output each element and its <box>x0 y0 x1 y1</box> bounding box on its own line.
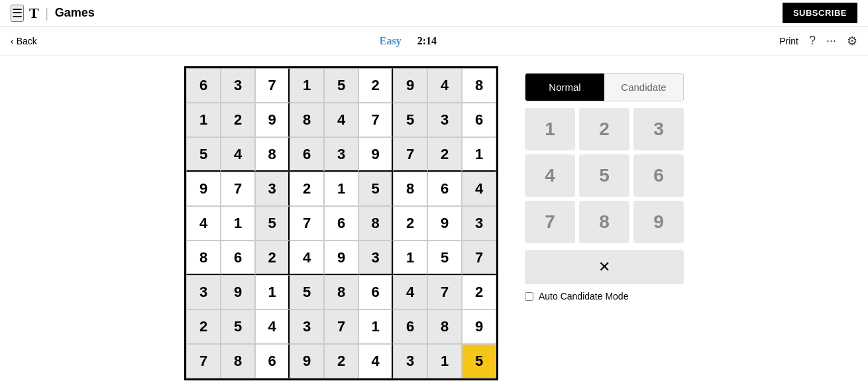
sudoku-cell[interactable]: 6 <box>255 344 290 378</box>
sudoku-cell[interactable]: 5 <box>358 172 393 206</box>
sudoku-cell[interactable]: 9 <box>358 137 393 172</box>
numpad-9-button[interactable]: 9 <box>633 201 684 243</box>
sudoku-cell[interactable]: 7 <box>186 344 221 378</box>
sudoku-cell[interactable]: 2 <box>462 275 496 309</box>
numpad-5-button[interactable]: 5 <box>579 154 629 197</box>
candidate-mode-button[interactable]: Candidate <box>604 74 683 101</box>
numpad-2-button[interactable]: 2 <box>579 108 629 150</box>
sudoku-cell[interactable]: 1 <box>393 241 427 275</box>
sudoku-cell[interactable]: 4 <box>393 275 427 309</box>
sudoku-cell[interactable]: 3 <box>427 103 462 137</box>
erase-button[interactable]: ✕ <box>525 250 684 284</box>
sudoku-cell[interactable]: 6 <box>324 206 358 241</box>
numpad-4-button[interactable]: 4 <box>525 154 575 197</box>
sudoku-cell[interactable]: 9 <box>290 344 324 378</box>
sudoku-cell[interactable]: 1 <box>221 206 255 241</box>
help-button[interactable]: ? <box>809 34 816 48</box>
sudoku-cell[interactable]: 1 <box>186 103 221 137</box>
sudoku-cell[interactable]: 1 <box>290 68 324 103</box>
sudoku-cell[interactable]: 3 <box>255 172 290 206</box>
sudoku-cell[interactable]: 5 <box>290 275 324 309</box>
normal-mode-button[interactable]: Normal <box>525 74 604 101</box>
sudoku-cell[interactable]: 4 <box>290 241 324 275</box>
sudoku-cell[interactable]: 8 <box>427 309 462 344</box>
sudoku-cell[interactable]: 1 <box>427 344 462 378</box>
sudoku-cell[interactable]: 7 <box>221 172 255 206</box>
sudoku-cell[interactable]: 2 <box>393 206 427 241</box>
sudoku-cell[interactable]: 5 <box>462 344 496 378</box>
sudoku-cell[interactable]: 9 <box>324 241 358 275</box>
sudoku-cell[interactable]: 5 <box>255 206 290 241</box>
sudoku-cell[interactable]: 9 <box>427 206 462 241</box>
sudoku-cell[interactable]: 7 <box>393 137 427 172</box>
sudoku-cell[interactable]: 8 <box>186 241 221 275</box>
numpad-8-button[interactable]: 8 <box>579 201 629 243</box>
sudoku-cell[interactable]: 9 <box>186 172 221 206</box>
sudoku-cell[interactable]: 2 <box>427 137 462 172</box>
sudoku-cell[interactable]: 1 <box>462 137 496 172</box>
sudoku-cell[interactable]: 5 <box>393 103 427 137</box>
sudoku-cell[interactable]: 4 <box>186 206 221 241</box>
sudoku-cell[interactable]: 9 <box>255 103 290 137</box>
sudoku-cell[interactable]: 2 <box>324 344 358 378</box>
sudoku-cell[interactable]: 7 <box>324 309 358 344</box>
sudoku-cell[interactable]: 7 <box>358 103 393 137</box>
sudoku-cell[interactable]: 9 <box>221 275 255 309</box>
sudoku-cell[interactable]: 3 <box>186 275 221 309</box>
sudoku-cell[interactable]: 4 <box>358 344 393 378</box>
back-button[interactable]: ‹ Back <box>11 36 37 46</box>
sudoku-cell[interactable]: 8 <box>393 172 427 206</box>
sudoku-cell[interactable]: 6 <box>462 103 496 137</box>
sudoku-cell[interactable]: 2 <box>358 68 393 103</box>
sudoku-cell[interactable]: 7 <box>427 275 462 309</box>
subscribe-button[interactable]: SUBSCRIBE <box>783 3 857 23</box>
sudoku-cell[interactable]: 9 <box>393 68 427 103</box>
sudoku-cell[interactable]: 9 <box>462 309 496 344</box>
sudoku-cell[interactable]: 8 <box>462 68 496 103</box>
sudoku-cell[interactable]: 8 <box>324 275 358 309</box>
numpad-1-button[interactable]: 1 <box>525 108 575 150</box>
sudoku-cell[interactable]: 2 <box>255 241 290 275</box>
sudoku-cell[interactable]: 8 <box>290 103 324 137</box>
sudoku-cell[interactable]: 4 <box>324 103 358 137</box>
sudoku-cell[interactable]: 3 <box>462 206 496 241</box>
menu-button[interactable]: ☰ <box>11 5 24 22</box>
sudoku-cell[interactable]: 4 <box>427 68 462 103</box>
sudoku-cell[interactable]: 3 <box>358 241 393 275</box>
sudoku-cell[interactable]: 2 <box>221 103 255 137</box>
sudoku-cell[interactable]: 8 <box>255 137 290 172</box>
sudoku-cell[interactable]: 5 <box>186 137 221 172</box>
sudoku-cell[interactable]: 3 <box>393 344 427 378</box>
sudoku-cell[interactable]: 2 <box>290 172 324 206</box>
sudoku-cell[interactable]: 4 <box>221 137 255 172</box>
numpad-7-button[interactable]: 7 <box>525 201 575 243</box>
auto-candidate-checkbox[interactable] <box>525 292 533 301</box>
sudoku-cell[interactable]: 7 <box>290 206 324 241</box>
sudoku-cell[interactable]: 4 <box>462 172 496 206</box>
sudoku-cell[interactable]: 5 <box>221 309 255 344</box>
sudoku-cell[interactable]: 6 <box>427 172 462 206</box>
sudoku-cell[interactable]: 6 <box>393 309 427 344</box>
sudoku-cell[interactable]: 3 <box>324 137 358 172</box>
sudoku-cell[interactable]: 5 <box>324 68 358 103</box>
sudoku-cell[interactable]: 7 <box>462 241 496 275</box>
sudoku-cell[interactable]: 8 <box>221 344 255 378</box>
sudoku-cell[interactable]: 5 <box>427 241 462 275</box>
print-button[interactable]: Print <box>779 36 798 46</box>
more-options-button[interactable]: ··· <box>826 34 836 48</box>
sudoku-cell[interactable]: 3 <box>290 309 324 344</box>
numpad-6-button[interactable]: 6 <box>633 154 684 197</box>
sudoku-cell[interactable]: 6 <box>358 275 393 309</box>
sudoku-cell[interactable]: 1 <box>255 275 290 309</box>
sudoku-cell[interactable]: 1 <box>324 172 358 206</box>
sudoku-cell[interactable]: 7 <box>255 68 290 103</box>
sudoku-cell[interactable]: 2 <box>186 309 221 344</box>
sudoku-cell[interactable]: 3 <box>221 68 255 103</box>
settings-button[interactable]: ⚙ <box>847 34 857 48</box>
sudoku-cell[interactable]: 6 <box>221 241 255 275</box>
sudoku-cell[interactable]: 4 <box>255 309 290 344</box>
sudoku-cell[interactable]: 6 <box>186 68 221 103</box>
sudoku-cell[interactable]: 6 <box>290 137 324 172</box>
numpad-3-button[interactable]: 3 <box>633 108 684 150</box>
sudoku-cell[interactable]: 8 <box>358 206 393 241</box>
